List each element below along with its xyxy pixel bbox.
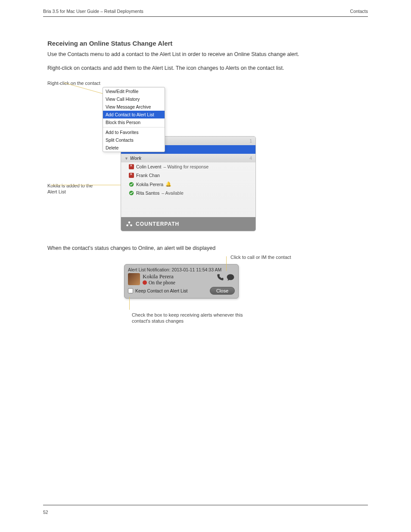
group-header-work[interactable]: ▼Work4 [121, 154, 255, 162]
alert-status-text: On the phone [149, 280, 175, 285]
keep-contact-label: Keep Contact on Alert List [135, 288, 187, 293]
callout-click-to-call: Click to call or IM the contact [230, 254, 308, 260]
section-heading: Receiving an Online Status Change Alert [47, 39, 172, 48]
brand-text: COUNTERPATH [136, 221, 179, 227]
phone-icon[interactable] [216, 273, 224, 283]
contact-name: Kokila Perera [136, 182, 163, 187]
contact-status: – Waiting for response [163, 164, 209, 169]
contact-name: Frank Chan [136, 173, 160, 178]
avatar [128, 273, 140, 285]
menu-item-split-contacts[interactable]: Split Contacts [103, 136, 165, 144]
svg-point-3 [128, 221, 131, 224]
contact-name: Rita Santos [136, 190, 159, 196]
menu-item-add-contact-to-alert-list[interactable]: Add Contact to Alert List [103, 111, 165, 118]
keep-contact-checkbox[interactable] [128, 288, 133, 293]
menu-item-view-edit-profile[interactable]: View/Edit Profile [103, 87, 165, 95]
status-online-icon [129, 182, 134, 187]
context-menu: View/Edit ProfileView Call HistoryView M… [103, 87, 165, 152]
contact-name: Colin Levent [136, 164, 161, 169]
page-header-right: Contacts [350, 9, 368, 14]
svg-point-5 [130, 224, 132, 227]
menu-separator [103, 127, 165, 128]
brand-logo-icon [125, 220, 133, 228]
status-offline-icon [129, 173, 134, 178]
alert-timestamp: 2013-01-11 11:54:33 AM [172, 267, 222, 272]
callout-line-3 [226, 256, 227, 271]
chat-icon[interactable] [226, 273, 235, 283]
alert-contact-name: Kokila Perera [143, 273, 213, 280]
menu-item-block-this-person[interactable]: Block this Person [103, 118, 165, 126]
contact-row[interactable]: Kokila Perera 🔔 [121, 180, 255, 189]
contact-status: – Available [162, 190, 184, 196]
contact-row[interactable]: Colin Levent – Waiting for response [121, 162, 255, 171]
page-header-left: Bria 3.5 for Mac User Guide – Retail Dep… [43, 9, 143, 14]
svg-line-0 [64, 83, 107, 95]
mid-paragraph: When the contact's status changes to Onl… [47, 245, 215, 252]
screenshot-alert: Alert List Notification: 2013-01-11 11:5… [124, 264, 239, 299]
status-offline-icon [129, 164, 134, 169]
svg-point-4 [126, 224, 128, 227]
footer-rule [43, 505, 368, 505]
alert-title: Alert List Notification: 2013-01-11 11:5… [128, 267, 235, 272]
menu-item-add-to-favorites[interactable]: Add to Favorites [103, 128, 165, 136]
callout-line-4 [129, 297, 130, 310]
callout-keep-box: Check the box to keep receiving alerts w… [132, 312, 252, 324]
callout-line-2 [51, 185, 124, 185]
status-busy-icon [143, 280, 147, 285]
header-rule [43, 16, 368, 17]
alert-title-prefix: Alert List Notification: [128, 267, 171, 272]
menu-item-view-message-archive[interactable]: View Message Archive [103, 103, 165, 111]
menu-item-delete[interactable]: Delete [103, 144, 165, 152]
alert-contact-status: On the phone [143, 280, 213, 285]
contact-row[interactable]: Rita Santos – Available [121, 189, 255, 197]
contact-row[interactable]: Frank Chan [121, 171, 255, 180]
intro-paragraph-1: Use the Contacts menu to add a contact t… [47, 51, 364, 59]
menu-item-view-call-history[interactable]: View Call History [103, 95, 165, 103]
page-number: 52 [43, 510, 48, 515]
alert-notification: Alert List Notification: 2013-01-11 11:5… [124, 264, 239, 299]
close-button[interactable]: Close [210, 287, 235, 295]
brand-bar: COUNTERPATH [121, 217, 255, 231]
status-online-icon [129, 190, 134, 196]
intro-paragraph-2: Right-click on contacts and add them to … [47, 65, 364, 72]
alert-bell-icon: 🔔 [165, 181, 171, 187]
